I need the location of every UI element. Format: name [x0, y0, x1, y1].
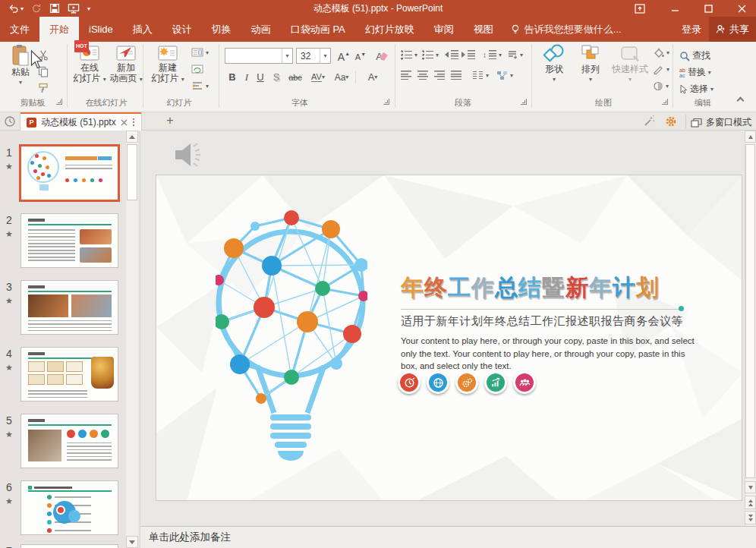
- settings-button[interactable]: [665, 115, 677, 128]
- tab-transitions[interactable]: 切换: [202, 17, 241, 42]
- slide-scroll-up-button[interactable]: [745, 131, 756, 143]
- multi-window-mode-button[interactable]: 多窗口模式: [691, 116, 751, 129]
- new-tab-button[interactable]: +: [162, 114, 178, 128]
- collapse-ribbon-button[interactable]: [738, 95, 743, 106]
- drawing-dialog-launcher[interactable]: [662, 99, 668, 105]
- start-slideshow-button[interactable]: [68, 0, 80, 17]
- slide-thumbnail-7[interactable]: [20, 544, 118, 548]
- italic-button[interactable]: I: [241, 69, 253, 85]
- magic-tools-button[interactable]: [643, 115, 655, 128]
- sign-in-button[interactable]: 登录: [674, 17, 709, 42]
- undo-button[interactable]: ▾: [8, 0, 24, 17]
- tab-home[interactable]: 开始: [39, 17, 79, 42]
- reset-slide-button[interactable]: [191, 65, 203, 74]
- text-direction-button[interactable]: ▾: [507, 50, 523, 60]
- undo-dropdown-icon[interactable]: ▾: [20, 5, 24, 12]
- shape-effects-button[interactable]: ▾: [653, 81, 669, 91]
- columns-button[interactable]: ▾: [472, 71, 489, 80]
- select-button[interactable]: 选择▾: [679, 83, 713, 96]
- slide-title[interactable]: 年终工作总结暨新年计划: [401, 272, 660, 304]
- tab-pocket-animation[interactable]: 口袋动画 PA: [281, 17, 355, 42]
- ribbon-display-options-button[interactable]: [627, 0, 653, 17]
- slide-layout-button[interactable]: ▾: [191, 48, 209, 57]
- clock-icon[interactable]: [398, 371, 421, 394]
- tab-review[interactable]: 审阅: [424, 17, 464, 42]
- shapes-button[interactable]: 形状▾: [537, 44, 571, 85]
- align-right-button[interactable]: [434, 71, 445, 80]
- arrange-button[interactable]: 排列▾: [574, 44, 607, 85]
- qat-customize-icon[interactable]: ▾: [87, 5, 90, 12]
- tab-slideshow[interactable]: 幻灯片放映: [355, 17, 424, 42]
- tab-insert[interactable]: 插入: [123, 17, 162, 42]
- tab-menu-icon[interactable]: [132, 118, 135, 127]
- slide-body-text[interactable]: Your content to play here, or through yo…: [401, 335, 697, 373]
- section-button[interactable]: ▾: [191, 81, 209, 90]
- notes-pane[interactable]: 单击此处添加备注: [140, 526, 756, 548]
- globe-icon[interactable]: [427, 371, 449, 394]
- bold-button[interactable]: B: [225, 69, 239, 85]
- tab-islide[interactable]: iSlide: [79, 17, 123, 42]
- decrease-indent-button[interactable]: [445, 50, 458, 59]
- tab-design[interactable]: 设计: [162, 17, 202, 42]
- thumbnail-scrollbar-thumb[interactable]: [127, 144, 137, 200]
- paragraph-dialog-launcher[interactable]: [521, 99, 527, 105]
- gears-icon[interactable]: [455, 371, 478, 394]
- close-button[interactable]: [729, 0, 754, 17]
- slide-canvas[interactable]: 年终工作总结暨新年计划 适用于新年计划年终总结工作汇报述职报告商务会议等 You…: [156, 175, 742, 501]
- font-name-dropdown-icon[interactable]: ▾: [282, 49, 292, 63]
- next-slide-button[interactable]: [745, 511, 756, 524]
- bullets-button[interactable]: ▾: [401, 50, 417, 60]
- new-slide-button[interactable]: 新建 幻灯片 ▾: [149, 44, 187, 85]
- online-slides-button[interactable]: HOT 在线 幻灯片 ▾: [71, 44, 108, 85]
- thumbnail-scroll-down-button[interactable]: [126, 536, 138, 548]
- shape-fill-button[interactable]: ▾: [653, 48, 669, 58]
- minimize-button[interactable]: [662, 0, 688, 17]
- lightbulb-network-graphic[interactable]: [216, 193, 367, 468]
- format-painter-button[interactable]: [38, 83, 49, 94]
- slide-subtitle[interactable]: 适用于新年计划年终总结工作汇报述职报告商务会议等: [401, 314, 683, 329]
- redo-button[interactable]: [31, 0, 42, 17]
- numbering-button[interactable]: ▾: [422, 50, 439, 60]
- font-name-combobox[interactable]: ▾: [225, 48, 293, 64]
- maximize-button[interactable]: [695, 0, 721, 17]
- tab-view[interactable]: 视图: [464, 17, 503, 42]
- save-button[interactable]: [49, 0, 60, 17]
- tab-animations[interactable]: 动画: [241, 17, 281, 42]
- people-icon[interactable]: [513, 371, 536, 394]
- font-color-button[interactable]: A▾: [363, 69, 383, 85]
- session-history-button[interactable]: [4, 115, 16, 128]
- line-spacing-button[interactable]: ↕▾: [483, 50, 502, 59]
- convert-smartart-button[interactable]: ▾: [496, 71, 513, 80]
- chart-icon[interactable]: [484, 371, 507, 394]
- slide-thumbnail-4[interactable]: [20, 347, 118, 402]
- speaker-icon[interactable]: [171, 138, 204, 172]
- change-case-button[interactable]: Aa▾: [332, 69, 351, 85]
- replace-button[interactable]: ab ac 替换▾: [679, 66, 711, 79]
- font-size-combobox[interactable]: 32 ▾: [296, 48, 331, 64]
- text-shadow-button[interactable]: S: [269, 69, 283, 85]
- slide-scroll-down-button[interactable]: [745, 481, 756, 493]
- quick-styles-button[interactable]: 快速样式▾: [610, 44, 650, 85]
- clear-formatting-button[interactable]: A: [373, 49, 389, 65]
- new-animation-page-button[interactable]: 新加 动画页 ▾: [109, 44, 143, 85]
- align-left-button[interactable]: [401, 71, 411, 80]
- strikethrough-button[interactable]: abc: [286, 69, 304, 85]
- slide-thumbnail-3[interactable]: [20, 280, 118, 335]
- thumbnail-scroll-up-button[interactable]: [126, 131, 138, 143]
- slide-scrollbar-thumb[interactable]: [745, 144, 755, 478]
- slide-thumbnail-1[interactable]: [19, 144, 120, 202]
- find-button[interactable]: 查找: [679, 49, 710, 62]
- share-button[interactable]: 共享: [709, 17, 756, 42]
- previous-slide-button[interactable]: [745, 496, 756, 509]
- increase-indent-button[interactable]: [461, 50, 475, 59]
- clipboard-dialog-launcher[interactable]: [56, 99, 62, 105]
- align-center-button[interactable]: [417, 71, 428, 80]
- shrink-font-button[interactable]: A▼: [353, 49, 368, 65]
- slide-thumbnail-6[interactable]: [20, 480, 118, 535]
- close-tab-icon[interactable]: [121, 119, 128, 126]
- shape-outline-button[interactable]: ▾: [653, 65, 669, 74]
- document-tab-active[interactable]: P 动态模板 (51).pptx: [20, 112, 142, 131]
- grow-font-button[interactable]: A▲: [336, 49, 351, 65]
- tell-me-box[interactable]: 告诉我您想要做什么...: [503, 17, 629, 42]
- slide-thumbnail-2[interactable]: [20, 213, 118, 268]
